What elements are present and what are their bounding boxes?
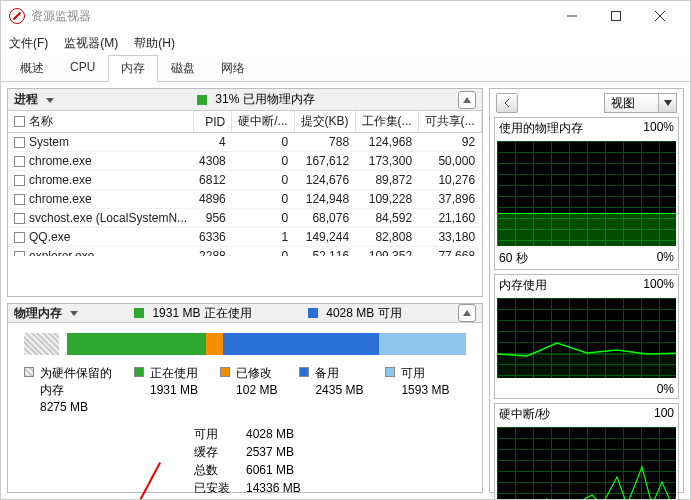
mini-graph: 使用的物理内存100%60 秒0% — [494, 117, 679, 270]
row-checkbox[interactable] — [14, 137, 25, 148]
processes-panel: 进程 31% 已用物理内存 名称PID硬中断/...提交(KB)工作集(...可… — [7, 88, 483, 297]
table-row[interactable]: chrome.exe43080167,612173,30050,000123,3… — [8, 152, 482, 171]
legend-item: 为硬件保留的内存8275 MB — [24, 365, 112, 415]
row-checkbox[interactable] — [14, 194, 25, 205]
app-icon — [9, 8, 25, 24]
inuse-icon — [134, 308, 144, 318]
legend-item: 可用1593 MB — [385, 365, 449, 415]
usage-text: 31% 已用物理内存 — [215, 91, 314, 108]
close-button[interactable] — [638, 1, 682, 31]
tabs: 概述 CPU 内存 磁盘 网络 — [1, 55, 690, 82]
legend-item: 备用2435 MB — [299, 365, 363, 415]
mini-graph: 内存使用100%0% — [494, 274, 679, 399]
maximize-button[interactable] — [594, 1, 638, 31]
process-name: explorer.exe — [8, 247, 193, 257]
memory-legend: 为硬件保留的内存8275 MB正在使用1931 MB已修改102 MB备用243… — [24, 365, 466, 415]
stat-row: 总数6061 MB — [194, 461, 466, 479]
process-name: System — [8, 133, 193, 152]
legend-item: 正在使用1931 MB — [134, 365, 198, 415]
table-row[interactable]: System40788124,96892124,876 — [8, 133, 482, 152]
graph-nav-button[interactable] — [496, 93, 518, 113]
collapse-button[interactable] — [458, 91, 476, 109]
row-checkbox[interactable] — [14, 251, 25, 256]
panel-title: 进程 — [14, 91, 38, 108]
memory-bar — [24, 333, 466, 355]
column-header[interactable]: 工作集(... — [355, 111, 418, 133]
column-header[interactable]: 专用(KB) — [481, 111, 482, 133]
svg-rect-1 — [612, 12, 621, 21]
stat-row: 缓存2537 MB — [194, 443, 466, 461]
table-row[interactable]: chrome.exe48960124,948109,22837,89671,33… — [8, 190, 482, 209]
table-row[interactable]: explorer.exe2288052,116109,35277,66831,6… — [8, 247, 482, 257]
stat-row: 已安装14336 MB — [194, 479, 466, 493]
minimize-button[interactable] — [550, 1, 594, 31]
tab-disk[interactable]: 磁盘 — [158, 55, 208, 82]
row-checkbox[interactable] — [14, 175, 25, 186]
table-row[interactable]: QQ.exe63361149,24482,80833,18049,628 — [8, 228, 482, 247]
column-header[interactable]: 硬中断/... — [232, 111, 294, 133]
stat-row: 可用4028 MB — [194, 425, 466, 443]
panel-title: 物理内存 — [14, 305, 62, 322]
physical-memory-panel: 物理内存 1931 MB 正在使用 4028 MB 可用 为硬件保留的内存827… — [7, 303, 483, 493]
tab-cpu[interactable]: CPU — [57, 55, 108, 82]
column-header[interactable]: 可共享(... — [418, 111, 481, 133]
usage-icon — [197, 95, 207, 105]
tab-overview[interactable]: 概述 — [7, 55, 57, 82]
view-select[interactable]: 视图 — [604, 93, 660, 113]
process-name: chrome.exe — [8, 152, 193, 171]
menu-file[interactable]: 文件(F) — [9, 35, 48, 52]
column-header[interactable]: 提交(KB) — [294, 111, 355, 133]
collapse-button[interactable] — [458, 304, 476, 322]
avail-icon — [308, 308, 318, 318]
table-row[interactable]: svchost.exe (LocalSystemN...956068,07684… — [8, 209, 482, 228]
process-name: chrome.exe — [8, 190, 193, 209]
window-title: 资源监视器 — [31, 8, 550, 25]
check-all[interactable] — [14, 116, 25, 127]
menubar: 文件(F) 监视器(M) 帮助(H) — [1, 31, 690, 55]
menu-monitor[interactable]: 监视器(M) — [64, 35, 118, 52]
process-table: 名称PID硬中断/...提交(KB)工作集(...可共享(...专用(KB) S… — [8, 111, 482, 256]
memory-stats: 可用4028 MB缓存2537 MB总数6061 MB已安装14336 MB — [194, 425, 466, 493]
sort-icon — [70, 306, 78, 320]
tab-network[interactable]: 网络 — [208, 55, 258, 82]
menu-help[interactable]: 帮助(H) — [134, 35, 175, 52]
svg-marker-4 — [46, 98, 54, 103]
process-name: QQ.exe — [8, 228, 193, 247]
row-checkbox[interactable] — [14, 213, 25, 224]
process-name: chrome.exe — [8, 171, 193, 190]
graphs-panel: 视图 使用的物理内存100%60 秒0%内存使用100%0%硬中断/秒1000 — [489, 88, 684, 493]
legend-item: 已修改102 MB — [220, 365, 277, 415]
view-select-caret[interactable] — [659, 93, 677, 113]
table-row[interactable]: chrome.exe68120124,67689,87210,27679,596 — [8, 171, 482, 190]
mini-graph: 硬中断/秒1000 — [494, 403, 679, 499]
column-header[interactable]: 名称 — [8, 111, 193, 133]
tab-memory[interactable]: 内存 — [108, 55, 158, 82]
row-checkbox[interactable] — [14, 156, 25, 167]
process-name: svchost.exe (LocalSystemN... — [8, 209, 193, 228]
avail-text: 4028 MB 可用 — [326, 305, 401, 322]
inuse-text: 1931 MB 正在使用 — [152, 305, 251, 322]
sort-icon — [46, 93, 54, 107]
row-checkbox[interactable] — [14, 232, 25, 243]
svg-marker-5 — [70, 311, 78, 316]
column-header[interactable]: PID — [193, 111, 232, 133]
